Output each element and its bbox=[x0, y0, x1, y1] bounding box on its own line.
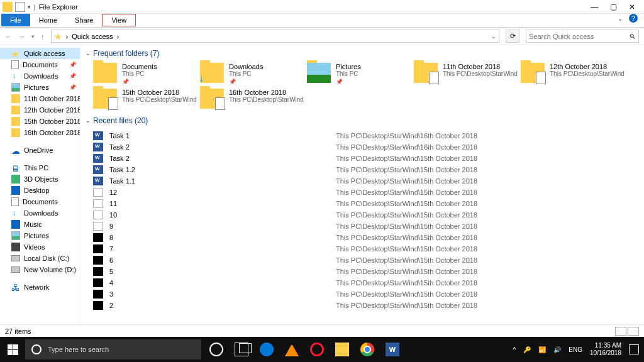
img-icon bbox=[93, 188, 103, 197]
doc-icon bbox=[11, 197, 19, 206]
tray-clock[interactable]: 11:35 AM10/16/2018 bbox=[590, 342, 621, 357]
file-row[interactable]: Task 1.1This PC\Desktop\StarWind\15th Oc… bbox=[93, 175, 644, 187]
file-row[interactable]: Task 2This PC\Desktop\StarWind\16th Octo… bbox=[93, 141, 644, 153]
onedrive-icon: ☁ bbox=[11, 146, 20, 155]
img-icon bbox=[93, 211, 103, 219]
file-row[interactable]: 3This PC\Desktop\StarWind\15th October 2… bbox=[93, 288, 644, 300]
img-icon bbox=[93, 222, 103, 231]
minimize-button[interactable]: — bbox=[585, 1, 604, 13]
nav-quick-access[interactable]: ★Quick access bbox=[0, 48, 80, 59]
forward-button[interactable]: → bbox=[18, 33, 25, 40]
file-row[interactable]: 2This PC\Desktop\StarWind\15th October 2… bbox=[93, 300, 644, 311]
nav-onedrive[interactable]: ☁OneDrive bbox=[0, 145, 80, 156]
taskbar-app-chrome[interactable] bbox=[355, 337, 380, 362]
folder-card[interactable]: PicturesThis PC📌 bbox=[307, 63, 414, 85]
action-center-icon[interactable] bbox=[629, 344, 639, 354]
nav-item[interactable]: 15th October 2018 bbox=[0, 116, 80, 127]
file-row[interactable]: 7This PC\Desktop\StarWind\15th October 2… bbox=[93, 243, 644, 255]
path-sep: › bbox=[66, 33, 69, 40]
path-dropdown-icon[interactable]: ⌄ bbox=[491, 33, 496, 40]
cortana-button[interactable] bbox=[204, 337, 229, 362]
desk-icon bbox=[11, 186, 20, 195]
nav-item[interactable]: Desktop bbox=[0, 185, 80, 196]
tray-security-icon[interactable]: 🔑 bbox=[523, 346, 531, 353]
qat-dropdown-icon[interactable]: ▾ bbox=[28, 4, 31, 10]
folder-card[interactable]: 16th October 2018This PC\Desktop\StarWin… bbox=[200, 89, 307, 109]
refresh-button[interactable]: ⟳ bbox=[506, 30, 519, 43]
task-view-button[interactable] bbox=[229, 337, 254, 362]
disk-icon bbox=[11, 255, 20, 261]
fold-icon bbox=[11, 106, 20, 114]
group-recent-files[interactable]: ⌄Recent files (20) bbox=[80, 112, 644, 130]
folder-icon bbox=[93, 89, 117, 109]
nav-item[interactable]: Music bbox=[0, 219, 80, 230]
up-button[interactable]: ↑ bbox=[41, 33, 45, 40]
folder-card[interactable]: 12th October 2018This PC\Desktop\StarWin… bbox=[521, 63, 628, 85]
details-view-button[interactable] bbox=[615, 327, 626, 336]
pin-icon: 📌 bbox=[69, 62, 76, 68]
nav-item[interactable]: 12th October 2018 bbox=[0, 104, 80, 116]
nav-item[interactable]: Documents📌 bbox=[0, 59, 80, 70]
file-row[interactable]: Task 1.2This PC\Desktop\StarWind\15th Oc… bbox=[93, 164, 644, 175]
tab-home[interactable]: Home bbox=[30, 14, 66, 26]
tray-network-icon[interactable]: 📶 bbox=[538, 346, 546, 353]
nav-network[interactable]: 🖧Network bbox=[0, 282, 80, 293]
search-icon[interactable]: 🔍︎ bbox=[629, 33, 636, 40]
bimg-icon bbox=[93, 301, 103, 310]
nav-item[interactable]: Pictures bbox=[0, 230, 80, 241]
taskbar-app-vlc[interactable] bbox=[279, 337, 304, 362]
folder-card[interactable]: DownloadsThis PC📌 bbox=[200, 63, 307, 85]
file-row[interactable]: 12This PC\Desktop\StarWind\15th October … bbox=[93, 187, 644, 198]
taskbar-app-word[interactable]: W bbox=[380, 337, 405, 362]
qat-blank-icon[interactable] bbox=[15, 2, 25, 12]
nav-item[interactable]: Videos bbox=[0, 241, 80, 253]
word-icon bbox=[93, 143, 103, 151]
file-row[interactable]: 11This PC\Desktop\StarWind\15th October … bbox=[93, 198, 644, 209]
tab-view[interactable]: View bbox=[102, 14, 136, 26]
nav-this-pc[interactable]: 🖥This PC bbox=[0, 162, 80, 173]
icons-view-button[interactable] bbox=[628, 327, 639, 336]
file-row[interactable]: 5This PC\Desktop\StarWind\15th October 2… bbox=[93, 266, 644, 277]
file-row[interactable]: 10This PC\Desktop\StarWind\15th October … bbox=[93, 209, 644, 221]
ribbon-expand-icon[interactable]: ⌄ bbox=[618, 15, 623, 22]
search-box[interactable]: 🔍︎ bbox=[526, 30, 639, 43]
taskbar-app-explorer[interactable] bbox=[330, 337, 355, 362]
file-row[interactable]: 9This PC\Desktop\StarWind\15th October 2… bbox=[93, 221, 644, 232]
close-button[interactable]: ✕ bbox=[623, 1, 641, 13]
nav-item[interactable]: New Volume (D:) bbox=[0, 264, 80, 275]
nav-item[interactable]: Pictures📌 bbox=[0, 82, 80, 93]
tray-volume-icon[interactable]: 🔊 bbox=[553, 346, 561, 353]
taskbar-app-opera[interactable] bbox=[304, 337, 330, 362]
path-box[interactable]: ★ › Quick access › ⌄ bbox=[51, 30, 500, 43]
folder-card[interactable]: DocumentsThis PC📌 bbox=[93, 63, 200, 85]
nav-item[interactable]: 16th October 2018 bbox=[0, 127, 80, 138]
help-icon[interactable]: ? bbox=[629, 14, 638, 23]
nav-item[interactable]: 11th October 2018 bbox=[0, 93, 80, 104]
file-row[interactable]: Task 1This PC\Desktop\StarWind\16th Octo… bbox=[93, 130, 644, 141]
nav-item[interactable]: Downloads bbox=[0, 207, 80, 219]
taskbar-app-edge[interactable] bbox=[254, 337, 279, 362]
path-segment[interactable]: Quick access bbox=[72, 33, 113, 40]
tray-language[interactable]: ENG bbox=[569, 346, 582, 353]
back-button[interactable]: ← bbox=[5, 33, 12, 40]
file-row[interactable]: 6This PC\Desktop\StarWind\15th October 2… bbox=[93, 255, 644, 266]
vlc-icon bbox=[285, 343, 299, 356]
group-frequent-folders[interactable]: ⌄Frequent folders (7) bbox=[80, 45, 644, 63]
nav-item[interactable]: Downloads📌 bbox=[0, 70, 80, 82]
maximize-button[interactable]: ▢ bbox=[604, 1, 623, 13]
file-row[interactable]: 8This PC\Desktop\StarWind\15th October 2… bbox=[93, 232, 644, 243]
nav-item[interactable]: Documents bbox=[0, 196, 80, 207]
file-row[interactable]: 4This PC\Desktop\StarWind\15th October 2… bbox=[93, 277, 644, 288]
tray-overflow-icon[interactable]: ^ bbox=[513, 346, 516, 353]
nav-item[interactable]: Local Disk (C:) bbox=[0, 253, 80, 264]
file-row[interactable]: Task 2This PC\Desktop\StarWind\15th Octo… bbox=[93, 153, 644, 164]
start-button[interactable] bbox=[0, 337, 25, 362]
tab-share[interactable]: Share bbox=[66, 14, 102, 26]
tab-file[interactable]: File bbox=[1, 14, 30, 26]
folder-card[interactable]: 11th October 2018This PC\Desktop\StarWin… bbox=[414, 63, 521, 85]
search-input[interactable] bbox=[529, 33, 617, 40]
nav-item[interactable]: 3D Objects bbox=[0, 173, 80, 185]
recent-dropdown-icon[interactable]: ▾ bbox=[31, 33, 35, 40]
folder-card[interactable]: 15th October 2018This PC\Desktop\StarWin… bbox=[93, 89, 200, 109]
taskbar-search[interactable]: Type here to search bbox=[25, 339, 201, 359]
